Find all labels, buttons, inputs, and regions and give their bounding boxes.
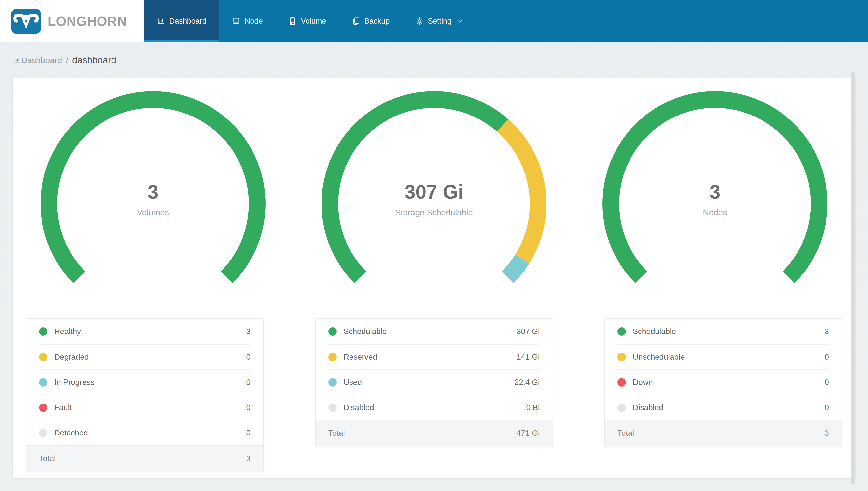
tab-label: Setting xyxy=(428,17,452,26)
gauge-segment-schedulable xyxy=(330,99,502,278)
brand-name: LONGHORN xyxy=(48,13,127,29)
legend-value: 0 xyxy=(246,378,250,387)
legend-value: 3 xyxy=(825,327,829,336)
tab-volume[interactable]: Volume xyxy=(276,0,339,42)
tab-node[interactable]: Node xyxy=(219,0,276,42)
legend-label: In Progress xyxy=(54,378,246,387)
legend-row: Reserved141 Gi xyxy=(329,344,540,369)
legend-label: Reserved xyxy=(344,352,517,362)
gauge-storage: 307 Gi Storage Schedulable xyxy=(293,90,575,317)
legend-label: Disabled xyxy=(633,403,825,412)
tab-label: Volume xyxy=(301,17,326,26)
volumes-legend-table: Healthy3Degraded0In Progress0Fault0Detac… xyxy=(26,318,264,471)
storage-gauge-chart xyxy=(320,90,548,317)
tab-backup[interactable]: Backup xyxy=(339,0,402,42)
legend-label: Healthy xyxy=(54,327,246,336)
tab-label: Backup xyxy=(364,17,390,26)
legend-row: Schedulable307 Gi xyxy=(329,319,540,344)
legend-tables-row: Healthy3Degraded0In Progress0Fault0Detac… xyxy=(12,318,856,471)
legend-color-dot xyxy=(39,429,48,437)
copy-icon xyxy=(352,17,360,25)
legend-value: 22.4 Gi xyxy=(514,378,539,387)
legend-total-row: Total 471 Gi xyxy=(316,420,553,445)
gauge-segment-used xyxy=(508,259,522,278)
total-value: 471 Gi xyxy=(517,429,539,438)
legend-row: Disabled0 Bi xyxy=(329,395,540,420)
total-label: Total xyxy=(39,454,56,463)
legend-label: Disabled xyxy=(344,403,526,412)
legend-color-dot xyxy=(39,404,48,412)
legend-color-dot xyxy=(39,353,48,361)
legend-value: 3 xyxy=(246,327,250,336)
breadcrumb-root[interactable]: Dashboard xyxy=(21,56,62,65)
legend-row: In Progress0 xyxy=(39,369,250,395)
laptop-icon xyxy=(232,17,241,25)
legend-value: 0 xyxy=(825,403,829,412)
bar-chart-icon xyxy=(157,17,165,25)
legend-row: Detached0 xyxy=(39,420,250,445)
nodes-gauge-chart xyxy=(601,90,829,317)
breadcrumb-current: dashboard xyxy=(72,55,117,66)
breadcrumb-separator: / xyxy=(66,56,68,65)
total-label: Total xyxy=(329,429,345,438)
legend-label: Detached xyxy=(54,428,246,437)
brand[interactable]: LONGHORN xyxy=(0,0,144,42)
gear-icon xyxy=(415,17,424,25)
scrollbar-thumb[interactable] xyxy=(851,72,855,485)
legend-row: Healthy3 xyxy=(39,319,250,344)
legend-color-dot xyxy=(39,378,48,386)
tab-dashboard[interactable]: Dashboard xyxy=(144,0,219,42)
legend-label: Fault xyxy=(54,403,246,412)
longhorn-bull-icon xyxy=(11,9,41,34)
legend-color-dot xyxy=(39,327,48,336)
legend-color-dot xyxy=(329,404,337,412)
legend-value: 307 Gi xyxy=(517,327,539,336)
breadcrumb: Dashboard / dashboard xyxy=(0,42,868,78)
total-value: 3 xyxy=(246,454,250,463)
legend-row: Degraded0 xyxy=(39,344,250,369)
legend-color-dot xyxy=(618,404,626,412)
legend-row: Down0 xyxy=(618,369,829,395)
active-tab-indicator xyxy=(144,40,219,42)
legend-total-row: Total 3 xyxy=(605,420,842,445)
legend-label: Schedulable xyxy=(633,327,825,336)
top-navbar: LONGHORN Dashboard Node xyxy=(0,0,868,42)
tab-setting[interactable]: Setting xyxy=(403,0,475,42)
legend-total-row: Total 3 xyxy=(26,445,263,471)
gauges-row: 3 Volumes 307 Gi Storage Schedulable 3 N… xyxy=(12,90,856,317)
gauge-nodes: 3 Nodes xyxy=(575,90,856,317)
legend-label: Unschedulable xyxy=(633,352,825,362)
legend-row: Used22.4 Gi xyxy=(329,369,540,395)
nav-tabs: Dashboard Node Volume xyxy=(144,0,475,42)
legend-value: 0 xyxy=(825,378,829,387)
volumes-gauge-chart xyxy=(39,90,267,317)
dashboard-card: 3 Volumes 307 Gi Storage Schedulable 3 N… xyxy=(12,78,856,479)
legend-row: Unschedulable0 xyxy=(618,344,829,369)
legend-row: Fault0 xyxy=(39,395,250,420)
total-label: Total xyxy=(618,429,634,438)
legend-value: 0 xyxy=(246,403,250,412)
legend-label: Used xyxy=(344,378,515,387)
storage-legend-table: Schedulable307 GiReserved141 GiUsed22.4 … xyxy=(315,318,553,446)
legend-value: 0 xyxy=(246,352,250,362)
legend-color-dot xyxy=(618,327,626,336)
tab-label: Dashboard xyxy=(169,17,207,26)
legend-label: Degraded xyxy=(54,352,246,362)
legend-rows: Schedulable3Unschedulable0Down0Disabled0 xyxy=(605,319,842,420)
total-value: 3 xyxy=(825,429,829,438)
legend-rows: Healthy3Degraded0In Progress0Fault0Detac… xyxy=(26,319,263,445)
gauge-segment-healthy xyxy=(49,99,257,278)
gauge-segment-schedulable xyxy=(611,99,819,278)
gauge-segment-reserved xyxy=(502,125,538,259)
server-icon xyxy=(288,17,297,25)
legend-row: Disabled0 xyxy=(618,395,829,420)
legend-value: 141 Gi xyxy=(517,352,539,362)
nodes-legend-table: Schedulable3Unschedulable0Down0Disabled0… xyxy=(604,318,842,446)
legend-label: Schedulable xyxy=(344,327,517,336)
legend-row: Schedulable3 xyxy=(618,319,829,344)
legend-color-dot xyxy=(618,353,626,361)
legend-value: 0 xyxy=(825,352,829,362)
legend-value: 0 Bi xyxy=(526,403,539,412)
legend-label: Down xyxy=(633,378,825,387)
legend-value: 0 xyxy=(246,428,250,437)
